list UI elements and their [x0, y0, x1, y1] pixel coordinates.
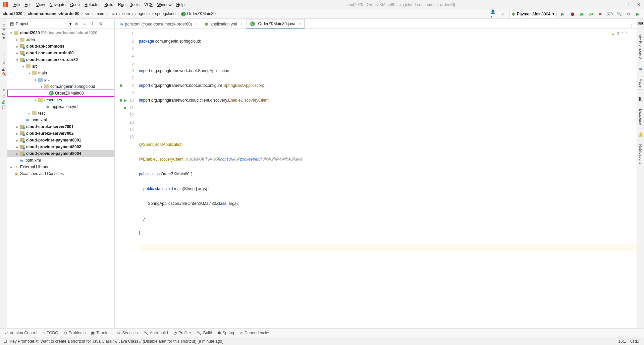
run-config-selector[interactable]: ⬢ PaymentMain8004 ▾ [509, 11, 557, 17]
crumb-3[interactable]: main [96, 11, 104, 16]
menu-vcs[interactable]: VCS [142, 2, 155, 8]
profile-icon[interactable]: ◔▾ [588, 11, 594, 17]
tree-java[interactable]: ▾java [7, 76, 114, 83]
chevron-down-icon[interactable]: ▾ [69, 21, 71, 26]
chevron-down-icon[interactable]: ˅ [625, 30, 627, 38]
tool-project[interactable]: ■ Project [2, 22, 6, 41]
collapse-all-icon[interactable]: ⇕ [90, 21, 96, 26]
bt-spring[interactable]: ⬢ Spring [217, 331, 234, 335]
minimize-icon[interactable]: — [613, 2, 619, 7]
caret-position[interactable]: 15:1 [618, 339, 626, 344]
run-icon[interactable]: ▶ [559, 11, 566, 17]
close-icon[interactable]: × [240, 22, 243, 26]
stop-icon[interactable]: ■ [597, 11, 604, 17]
tree-scratches[interactable]: ▣Scratches and Consoles [7, 170, 114, 177]
close-icon[interactable]: × [195, 22, 198, 26]
code-content[interactable]: package com.angenin.springcloud; import … [136, 29, 637, 328]
chevron-up-icon[interactable]: ˄ [621, 30, 623, 38]
tabs-menu-icon[interactable]: ⋮ [626, 24, 637, 28]
bt-auto-build[interactable]: 🔨 Auto-build [143, 331, 168, 335]
tool-key-promoter[interactable]: Key Promoter X [639, 33, 643, 60]
tree-mod-pay2[interactable]: ▸cloud-provider-payment8002 [7, 143, 114, 150]
expand-all-icon[interactable]: ≡ [82, 21, 88, 26]
bt-dependencies[interactable]: ≋ Dependencies [239, 331, 270, 335]
crumb-2[interactable]: src [85, 11, 90, 16]
crumb-5[interactable]: com [122, 11, 130, 16]
users-icon[interactable]: 👤▾ [490, 11, 497, 17]
tree-resources[interactable]: ▾resources [7, 97, 114, 103]
tree-mod-pay4[interactable]: ▸cloud-provider-payment8004 [7, 150, 114, 157]
menu-help[interactable]: Help [174, 2, 186, 8]
crumb-4[interactable]: java [110, 11, 117, 16]
tree-mod-zk80[interactable]: ▾cloud-consumerzk-order80 [7, 56, 114, 63]
close-icon[interactable]: ✕ [636, 2, 641, 7]
back-icon[interactable]: ↙ [500, 11, 506, 17]
run-gutter-icon[interactable]: ▶ [124, 104, 127, 111]
code-editor[interactable]: 1234567 8⬢ 9 10⬢▶ 11▶ 12131415 package c… [115, 29, 637, 328]
tab-orderzkmain[interactable]: COrderZKMain80.java× [247, 19, 305, 28]
tree-pkg[interactable]: ▾com.angenin.springcloud [7, 83, 114, 90]
menu-run[interactable]: Run [116, 2, 127, 8]
settings-icon[interactable]: ⚙ [625, 11, 632, 17]
tool-database[interactable]: Database [639, 108, 643, 125]
tool-structure[interactable]: 📑 Structure [1, 88, 6, 111]
tree-mod-pay1[interactable]: ▸cloud-provider-payment8001 [7, 137, 114, 143]
tree-idea[interactable]: ▸.idea [7, 36, 114, 43]
menu-view[interactable]: View [34, 2, 47, 8]
menu-code[interactable]: Code [68, 2, 82, 8]
inspection-widget[interactable]: ▲ 3 ˄ ˅ [611, 30, 627, 38]
menu-window[interactable]: Window [155, 2, 174, 8]
tree-mod-api[interactable]: ▸cloud-api-commons [7, 43, 114, 50]
search-icon[interactable]: 🔍 [616, 11, 623, 17]
crumb-0[interactable]: cloud2020 [3, 11, 22, 16]
tree-mod-eureka2[interactable]: ▸cloud-eureka-server7002 [7, 130, 114, 137]
bt-terminal[interactable]: ▣ Terminal [91, 331, 111, 335]
select-target-icon[interactable]: ⊕ [73, 21, 79, 26]
menu-refactor[interactable]: Refactor [83, 2, 102, 8]
tree-mod-eureka1[interactable]: ▸cloud-eureka-server7001 [7, 123, 114, 130]
run-gutter-icon[interactable]: ▶ [124, 97, 127, 104]
tree-mod-order80[interactable]: ▸cloud-consumer-order80 [7, 50, 114, 56]
tool-notifications[interactable]: Notifications [639, 143, 643, 165]
spring-icon[interactable]: ⬢ [119, 97, 123, 104]
menu-tools[interactable]: Tools [128, 2, 142, 8]
bt-problems[interactable]: ⊘ Problems [64, 331, 86, 335]
crumb-8[interactable]: COrderZKMain80 [181, 11, 216, 16]
tree-ext-lib[interactable]: ▸⫴External Libraries [7, 164, 114, 170]
maven-icon[interactable]: m [639, 67, 642, 71]
bt-todo[interactable]: ≡ TODO [43, 331, 58, 335]
tree-main[interactable]: ▾main [7, 70, 114, 76]
crumb-1[interactable]: cloud-consumerzk-order80 [28, 11, 79, 16]
status-icon[interactable]: ☐ [3, 339, 7, 344]
bt-build[interactable]: 🔨 Build [197, 331, 212, 335]
coverage-icon[interactable]: ▣ [578, 11, 585, 17]
spring-icon[interactable]: ⬢ [119, 82, 123, 89]
close-icon[interactable]: × [299, 21, 301, 26]
tree-class-orderzkmain[interactable]: COrderZKMain80 [7, 90, 114, 97]
tab-yml[interactable]: ⬢application.yml× [201, 19, 246, 28]
bell-icon[interactable]: 🔔 [638, 132, 643, 137]
menu-file[interactable]: File [11, 2, 22, 8]
crumb-7[interactable]: springcloud [155, 11, 175, 16]
hide-icon[interactable]: — [106, 21, 112, 26]
tool-maven[interactable]: Maven [639, 78, 643, 90]
tree-root[interactable]: ▾cloud2020E:\idea-workspace\cloud2020 [7, 30, 114, 36]
tree-pom[interactable]: mpom.xml [7, 117, 114, 123]
tool-bookmarks[interactable]: 🔖 Bookmarks [1, 51, 6, 78]
bt-profiler[interactable]: ◔ Profiler [173, 331, 191, 335]
bt-version-control[interactable]: ⎇ Version Control [3, 331, 37, 335]
database-icon[interactable]: 🗄 [639, 97, 643, 102]
tree-test[interactable]: ▸test [7, 110, 114, 117]
maximize-icon[interactable]: ☐ [625, 2, 630, 7]
gear-icon[interactable]: ⚙ [98, 21, 104, 26]
debug-icon[interactable]: 🐞 [569, 11, 576, 17]
key-promoter-icon[interactable]: ⌨ [638, 21, 643, 26]
translate-icon[interactable]: 文A [606, 11, 613, 17]
tab-pom[interactable]: mpom.xml (cloud-consumerzk-order80)× [116, 19, 201, 28]
menu-navigate[interactable]: Navigate [48, 2, 67, 8]
run-anything-icon[interactable]: ▶ [635, 11, 641, 17]
crumb-6[interactable]: angenin [135, 11, 150, 16]
line-separator[interactable]: CRLF [630, 339, 641, 344]
tree-src[interactable]: ▾src [7, 63, 114, 70]
tree-root-pom[interactable]: mpom.xml [7, 157, 114, 164]
